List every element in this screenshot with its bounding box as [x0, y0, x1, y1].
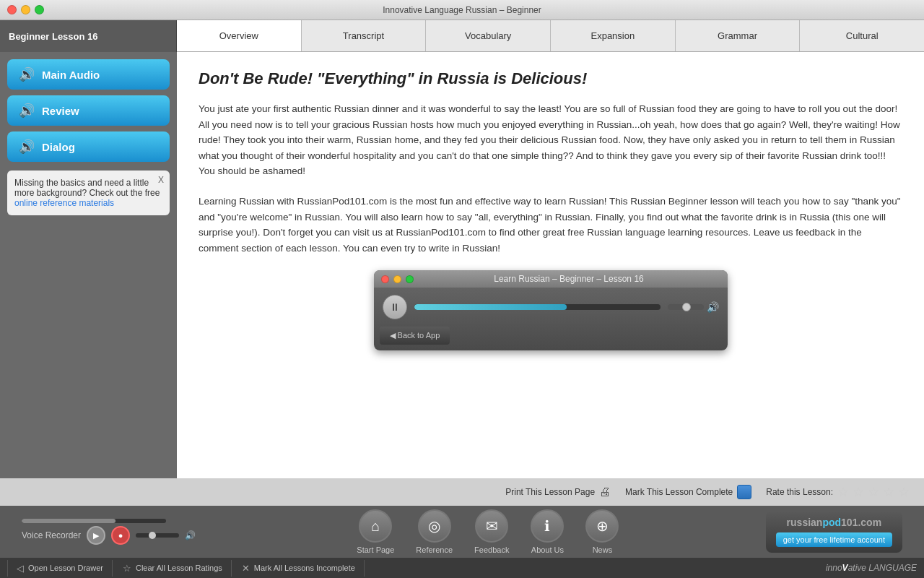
free-account-button[interactable]: get your free lifetime account — [776, 532, 892, 547]
progress-fill — [414, 304, 567, 310]
close-card-button[interactable]: X — [158, 175, 164, 185]
window-title: Innovative Language Russian – Beginner — [383, 5, 541, 15]
brand-badge: russianpod101.com get your free lifetime… — [766, 511, 902, 553]
recorder-progress-bar — [22, 519, 166, 523]
header: Beginner Lesson 16 Overview Transcript V… — [0, 20, 924, 52]
reference-card: X Missing the basics and need a little m… — [7, 171, 170, 215]
news-icon: ⊕ — [585, 509, 619, 543]
footer-clear-ratings[interactable]: ☆ Clear All Lesson Ratings — [114, 560, 232, 577]
close-button[interactable] — [7, 5, 17, 14]
feedback-icon: ✉ — [475, 509, 508, 543]
footer-open-drawer[interactable]: ◁ Open Lesson Drawer — [7, 560, 113, 577]
recorder-fill — [22, 519, 116, 523]
minimize-button[interactable] — [21, 5, 30, 14]
brand-logo: russianpod101.com — [787, 517, 882, 528]
voice-recorder-controls: Voice Recorder ▶ ● 🔊 — [22, 526, 196, 545]
app-container: Beginner Lesson 16 Overview Transcript V… — [0, 20, 924, 578]
about-us-label: About Us — [531, 545, 564, 554]
tab-cultural[interactable]: Cultural — [800, 20, 924, 51]
reference-icon: ◎ — [418, 509, 451, 543]
voice-recorder-label: Voice Recorder — [22, 530, 81, 540]
lesson-paragraph-2: Learning Russian with RussianPod101.com … — [199, 194, 902, 256]
window-controls[interactable] — [7, 5, 44, 14]
speaker-icon: 🔊 — [19, 66, 35, 82]
tab-transcript[interactable]: Transcript — [302, 20, 427, 51]
innovative-logo: innoVative LANGUAGE — [826, 563, 917, 573]
progress-bar[interactable] — [414, 304, 661, 310]
title-bar: Innovative Language Russian – Beginner — [0, 0, 924, 20]
tabs-bar: Overview Transcript Vocabulary Expansion… — [177, 20, 924, 52]
tab-vocabulary[interactable]: Vocabulary — [426, 20, 551, 51]
volume-bar[interactable] — [668, 304, 704, 310]
footer-mark-incomplete[interactable]: ✕ Mark All Lessons Incomplete — [233, 560, 365, 577]
player-controls: ⏸ 🔊 — [374, 288, 728, 327]
lesson-actions: Print This Lesson Page 🖨 Mark This Lesso… — [0, 478, 924, 506]
start-page-label: Start Page — [357, 545, 394, 554]
news-label: News — [593, 545, 613, 554]
maximize-button[interactable] — [35, 5, 44, 14]
play-recorder-button[interactable]: ▶ — [87, 526, 105, 545]
rate-group: Rate this Lesson: ☆ ☆ ☆ ☆ ☆ — [766, 484, 910, 500]
print-group: Print This Lesson Page 🖨 — [505, 486, 611, 499]
reference-link[interactable]: online reference materials — [14, 198, 114, 208]
nav-reference[interactable]: ◎ Reference — [416, 509, 453, 554]
audio-player: Learn Russian – Beginner – Lesson 16 ⏸ 🔊 — [374, 270, 728, 350]
start-page-icon: ⌂ — [359, 509, 392, 543]
nav-start-page[interactable]: ⌂ Start Page — [357, 509, 394, 554]
volume-icon: 🔊 — [707, 301, 719, 313]
speaker-icon-dialog: 🔊 — [19, 139, 35, 155]
card-text: Missing the basics and need a little mor… — [14, 178, 160, 198]
nav-icons-bar: Voice Recorder ▶ ● 🔊 ⌂ Start Page ◎ Refe… — [0, 506, 924, 558]
complete-checkbox[interactable] — [737, 485, 751, 499]
player-maximize-btn[interactable] — [406, 275, 414, 283]
print-icon[interactable]: 🖨 — [599, 486, 611, 499]
review-button[interactable]: 🔊 Review — [7, 95, 170, 126]
lesson-title-sidebar: Beginner Lesson 16 — [9, 31, 98, 42]
lesson-headline: Don't Be Rude! "Everything" in Russia is… — [199, 69, 902, 88]
volume-section: 🔊 — [668, 301, 719, 313]
star-icon: ☆ — [123, 563, 131, 574]
player-title-bar: Learn Russian – Beginner – Lesson 16 — [374, 270, 728, 288]
feedback-label: Feedback — [474, 545, 509, 554]
footer: ◁ Open Lesson Drawer ☆ Clear All Lesson … — [0, 558, 924, 578]
footer-drawer-label: Open Lesson Drawer — [28, 564, 103, 572]
nav-about-us[interactable]: ℹ About Us — [531, 509, 564, 554]
speaker-icon-review: 🔊 — [19, 103, 35, 118]
tab-overview[interactable]: Overview — [177, 20, 302, 51]
main-audio-button[interactable]: 🔊 Main Audio — [7, 59, 170, 90]
tab-grammar[interactable]: Grammar — [676, 20, 801, 51]
volume-knob[interactable] — [682, 303, 691, 311]
play-pause-button[interactable]: ⏸ — [383, 295, 407, 319]
nav-icons-center: ⌂ Start Page ◎ Reference ✉ Feedback ℹ Ab… — [210, 509, 766, 554]
bottom-bar: Print This Lesson Page 🖨 Mark This Lesso… — [0, 478, 924, 558]
voice-volume-knob[interactable] — [149, 532, 156, 539]
nav-feedback[interactable]: ✉ Feedback — [474, 509, 509, 554]
record-button[interactable]: ● — [111, 526, 130, 545]
footer-ratings-label: Clear All Lesson Ratings — [136, 564, 222, 572]
audio-player-wrapper: Learn Russian – Beginner – Lesson 16 ⏸ 🔊 — [199, 270, 902, 350]
dialog-button[interactable]: 🔊 Dialog — [7, 131, 170, 162]
star-rating[interactable]: ☆ ☆ ☆ ☆ ☆ — [837, 484, 910, 500]
tab-expansion[interactable]: Expansion — [551, 20, 676, 51]
sidebar: 🔊 Main Audio 🔊 Review 🔊 Dialog X Missing… — [0, 52, 177, 478]
reference-label: Reference — [416, 545, 453, 554]
main-content: Don't Be Rude! "Everything" in Russia is… — [177, 52, 924, 478]
body: 🔊 Main Audio 🔊 Review 🔊 Dialog X Missing… — [0, 52, 924, 478]
footer-incomplete-label: Mark All Lessons Incomplete — [254, 564, 355, 572]
player-close-btn[interactable] — [381, 275, 389, 283]
x-icon: ✕ — [242, 563, 250, 574]
drawer-icon: ◁ — [17, 563, 24, 574]
complete-label: Mark This Lesson Complete — [625, 487, 733, 497]
sidebar-header: Beginner Lesson 16 — [0, 20, 177, 52]
nav-news[interactable]: ⊕ News — [585, 509, 619, 554]
back-to-app-button[interactable]: ◀ Back to App — [380, 327, 450, 345]
voice-volume-icon: 🔊 — [185, 530, 196, 540]
complete-group: Mark This Lesson Complete — [625, 485, 751, 499]
player-minimize-btn[interactable] — [393, 275, 401, 283]
print-label: Print This Lesson Page — [505, 487, 595, 497]
player-title: Learn Russian – Beginner – Lesson 16 — [418, 274, 720, 284]
lesson-paragraph-1: You just ate your first authentic Russia… — [199, 101, 902, 179]
voice-recorder-section: Voice Recorder ▶ ● 🔊 — [22, 519, 196, 545]
voice-volume-bar[interactable] — [136, 533, 179, 538]
rate-label: Rate this Lesson: — [766, 487, 833, 497]
